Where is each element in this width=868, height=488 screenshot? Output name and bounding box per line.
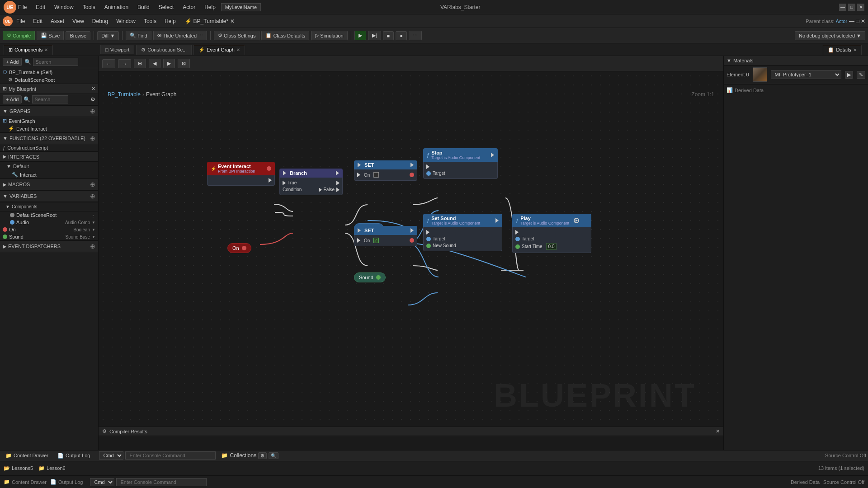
nav-next-btn[interactable]: ▶: [163, 59, 175, 68]
top-menu[interactable]: File Edit Window Tools Animation Build S…: [16, 3, 217, 11]
nav-home-btn[interactable]: ⊞: [134, 59, 146, 68]
output-log-tab[interactable]: 📄 Output Log: [54, 452, 94, 460]
add-component-button[interactable]: + Add: [3, 58, 22, 66]
menu2-debug[interactable]: Debug: [90, 17, 110, 25]
menu2-view[interactable]: View: [71, 17, 86, 25]
menu-tools[interactable]: Tools: [81, 3, 97, 11]
menu2-edit[interactable]: Edit: [31, 17, 44, 25]
add-function-button[interactable]: ⊕: [90, 135, 95, 142]
menu-build[interactable]: Build: [136, 3, 151, 11]
event-graph-close[interactable]: ✕: [236, 47, 240, 52]
node-setsound[interactable]: ƒ Set Sound Target is Audio Component Ta…: [423, 214, 502, 251]
interact-item[interactable]: 🔧 Interact: [4, 171, 98, 178]
node-play[interactable]: ƒ Play Target is Audio Component: [512, 214, 591, 253]
add-variable-button[interactable]: ⊕: [90, 192, 95, 200]
minimize-btn[interactable]: —: [839, 4, 846, 11]
step-button[interactable]: ▶|: [368, 31, 381, 40]
find-button[interactable]: 🔍 Find: [126, 31, 151, 40]
status-cd-label[interactable]: Content Drawer: [12, 479, 47, 485]
menu2-help[interactable]: Help: [163, 17, 178, 25]
var-sound[interactable]: Sound Sound Base ▼: [0, 233, 98, 240]
content-drawer-tab[interactable]: 📁 Content Drawer: [2, 452, 52, 460]
bp-canvas[interactable]: BP_Turntable › Event Graph Zoom 1:1: [99, 71, 723, 450]
menu-animation[interactable]: Animation: [103, 3, 130, 11]
components-tab[interactable]: ⊞ Components ✕: [4, 45, 53, 55]
menu2-file[interactable]: File: [14, 17, 27, 25]
construction-tab[interactable]: ⚙ Construction Sc...: [136, 45, 192, 55]
add-dispatcher-button[interactable]: ⊕: [90, 243, 95, 250]
component-search-input[interactable]: [33, 58, 78, 66]
tree-default-scene-root[interactable]: ⚙ DefaultSceneRoot: [0, 76, 98, 84]
breadcrumb-root[interactable]: BP_Turntable: [108, 91, 141, 98]
var-audio[interactable]: Audio Audio Comp ▼: [0, 219, 98, 226]
my-blueprint-header[interactable]: ⊞ My Blueprint ✕: [0, 84, 98, 94]
nav-prev-btn[interactable]: ◀: [149, 59, 160, 68]
maximize-btn[interactable]: □: [848, 4, 855, 11]
details-tab[interactable]: 📋 Details ✕: [823, 45, 862, 55]
second-close[interactable]: ✕: [861, 18, 865, 24]
hide-unrelated-button[interactable]: 👁 Hide Unrelated ⋯: [153, 31, 207, 40]
parent-actor-link[interactable]: Actor: [835, 19, 847, 24]
collections-search-btn[interactable]: 🔍: [269, 452, 278, 459]
viewport-tab[interactable]: □ Viewport: [100, 45, 134, 54]
node-event-interact[interactable]: ⚡ Event Interact From BPI Interaction: [207, 162, 275, 186]
add-blueprint-button[interactable]: + Add: [3, 95, 22, 103]
console-input[interactable]: [125, 451, 216, 460]
bp-tab-close[interactable]: ✕: [230, 18, 235, 24]
variables-section-header[interactable]: ▼ VARIABLES ⊕: [0, 190, 98, 202]
functions-section-header[interactable]: ▼ FUNCTIONS (22 OVERRIDABLE) ⊕: [0, 132, 98, 144]
material-selector[interactable]: MI_Prototyper_1: [771, 70, 841, 79]
record-button[interactable]: ●: [396, 31, 407, 40]
fit-view-btn[interactable]: ⊠: [178, 59, 190, 68]
status-ol-label[interactable]: Output Log: [58, 479, 83, 485]
close-btn[interactable]: ✕: [857, 4, 864, 11]
more-button[interactable]: ⋯: [409, 31, 422, 40]
second-menu[interactable]: File Edit Asset View Debug Window Tools …: [14, 17, 178, 25]
construction-script-item[interactable]: ƒ ConstructionScript: [0, 144, 98, 151]
bp-tab[interactable]: ⚡ BP_Turntable* ✕: [185, 18, 235, 24]
menu2-window[interactable]: Window: [114, 17, 137, 25]
details-close[interactable]: ✕: [853, 47, 857, 52]
node-stop[interactable]: ƒ Stop Target is Audio Component Target: [423, 148, 498, 179]
node-on-var[interactable]: On: [227, 243, 251, 253]
node-sound-var[interactable]: Sound: [354, 272, 386, 282]
node-branch[interactable]: Branch True Condition False: [279, 169, 343, 195]
components-tab-close[interactable]: ✕: [44, 47, 48, 52]
compiler-results-close[interactable]: ✕: [716, 428, 720, 434]
menu-actor[interactable]: Actor: [181, 3, 197, 11]
material-edit-btn[interactable]: ✎: [857, 71, 865, 79]
second-maximize[interactable]: □: [856, 18, 859, 24]
nav-forward-btn[interactable]: →: [118, 59, 131, 68]
default-section[interactable]: ▼ Default: [4, 162, 98, 171]
event-interact-item[interactable]: ⚡ Event Interact: [0, 125, 98, 132]
status-console-input[interactable]: [116, 478, 207, 486]
play-button[interactable]: ▶: [354, 31, 366, 40]
save-button[interactable]: 💾 Save: [37, 31, 64, 40]
menu-select[interactable]: Select: [157, 3, 175, 11]
diff-button[interactable]: Diff ▼: [97, 31, 119, 40]
interfaces-section-header[interactable]: ▶ INTERFACES: [0, 151, 98, 162]
menu2-tools[interactable]: Tools: [142, 17, 158, 25]
menu-edit[interactable]: Edit: [34, 3, 47, 11]
second-minimize[interactable]: —: [849, 18, 854, 24]
cmd-selector[interactable]: Cmd: [99, 451, 123, 460]
add-graph-button[interactable]: ⊕: [90, 108, 95, 115]
browse-button[interactable]: Browse: [66, 31, 90, 40]
simulation-button[interactable]: ▷ Simulation: [311, 31, 347, 40]
status-cmd-selector[interactable]: Cmd: [90, 478, 114, 486]
lesson6-item[interactable]: 📁 Lesson6: [38, 465, 66, 471]
node-set2[interactable]: SET On ✓: [354, 226, 417, 246]
blueprint-search-input[interactable]: [32, 95, 68, 103]
compile-button[interactable]: ⚙ Compile: [3, 31, 35, 40]
var-default-scene-root[interactable]: DefaultSceneRoot ⋮: [0, 211, 98, 219]
class-defaults-button[interactable]: 📋 Class Defaults: [261, 31, 309, 40]
components-group-header[interactable]: ▼ Components: [0, 202, 98, 211]
material-browse-btn[interactable]: ▶: [845, 71, 853, 79]
lessons5-item[interactable]: 📂 Lessons5: [4, 465, 33, 471]
window-controls[interactable]: — □ ✕: [839, 4, 864, 11]
graphs-section-header[interactable]: ▼ GRAPHS ⊕: [0, 105, 98, 117]
stop-toolbar-button[interactable]: ■: [383, 31, 394, 40]
event-graph-tab[interactable]: ⚡ Event Graph ✕: [193, 45, 245, 55]
add-macro-button[interactable]: ⊕: [90, 181, 95, 188]
menu-window[interactable]: Window: [52, 3, 75, 11]
